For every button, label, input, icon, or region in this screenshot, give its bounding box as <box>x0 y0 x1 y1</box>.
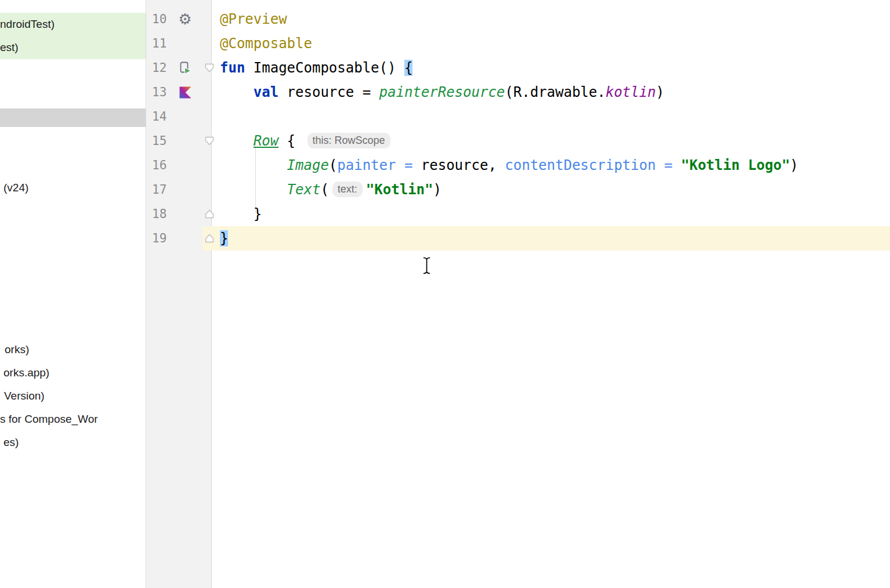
code-text: } <box>220 202 890 226</box>
code-line[interactable]: 11@Composable <box>146 31 890 56</box>
code-line[interactable]: 16 Image(painter = resource, contentDesc… <box>146 153 890 177</box>
code-token: ) <box>656 84 664 100</box>
fold-up-marker-icon[interactable] <box>204 226 215 251</box>
project-tree-item[interactable]: Version) <box>0 384 146 408</box>
code-editor[interactable]: 10⚙@Preview11@Composable12fun ImageCompo… <box>146 0 890 588</box>
code-line[interactable]: 12fun ImageComposable() { <box>146 56 890 80</box>
code-line[interactable]: 19} <box>146 226 890 251</box>
code-line[interactable]: 15 Row { this: RowScope <box>146 129 890 153</box>
line-number: 12 <box>152 56 176 80</box>
code-token: resource, <box>421 157 505 173</box>
code-token: { <box>404 60 413 76</box>
project-panel[interactable]: ndroidTest)est)(v24)orks)orks.app)Versio… <box>0 0 146 588</box>
project-tree-item[interactable]: ndroidTest) <box>0 13 146 36</box>
code-token: resource = <box>278 84 379 100</box>
code-text: Text(text:"Kotlin") <box>220 177 890 202</box>
kotlin-icon[interactable] <box>175 80 195 104</box>
code-token: Row <box>254 133 278 149</box>
code-token: kotlin <box>606 84 656 100</box>
line-number: 13 <box>152 80 176 104</box>
code-token: (R.drawable. <box>505 84 605 100</box>
project-item-label: est) <box>0 41 19 54</box>
project-item-label: (v24) <box>0 182 28 194</box>
line-number: 18 <box>152 202 176 226</box>
code-token <box>220 157 287 173</box>
code-text: fun ImageComposable() { <box>220 56 890 80</box>
code-line[interactable]: 17 Text(text:"Kotlin") <box>146 177 890 202</box>
project-tree-item[interactable]: orks) <box>0 338 146 361</box>
code-token: "Kotlin" <box>366 182 433 198</box>
project-item-label: Version) <box>0 390 45 402</box>
code-token: val <box>254 84 278 100</box>
project-tree-item[interactable]: s for Compose_Wor <box>0 408 146 431</box>
code-token: } <box>220 206 262 222</box>
code-text: } <box>220 226 890 251</box>
project-tree-item[interactable]: es) <box>0 431 146 454</box>
inlay-hint[interactable]: text: <box>332 182 363 197</box>
project-item-label: ndroidTest) <box>0 18 55 31</box>
text-ibeam-cursor-icon <box>422 256 432 275</box>
code-token: painter = <box>337 157 421 173</box>
code-text: @Preview <box>220 7 890 31</box>
project-item-label: orks) <box>0 343 29 356</box>
code-line[interactable]: 13 val resource = painterResource(R.draw… <box>146 80 890 104</box>
code-line[interactable]: 14 <box>146 104 890 129</box>
code-token: ) <box>433 182 441 198</box>
code-text <box>220 104 890 129</box>
code-token: ( <box>320 182 328 198</box>
code-token: ) <box>790 157 798 173</box>
code-token: { <box>278 133 303 149</box>
line-number: 11 <box>152 31 176 56</box>
code-token: @Preview <box>220 11 287 27</box>
code-token: @Composable <box>220 35 312 52</box>
code-token: fun <box>220 60 245 76</box>
code-token <box>220 182 287 198</box>
project-item-label: orks.app) <box>0 366 49 379</box>
code-token: ( <box>329 157 337 173</box>
code-token: ImageComposable() <box>245 60 404 76</box>
code-token: contentDescription = <box>505 157 681 173</box>
code-text: val resource = painterResource(R.drawabl… <box>220 80 890 104</box>
project-tree-item[interactable]: orks.app) <box>0 361 146 384</box>
code-token: Image <box>287 157 329 173</box>
gear-icon[interactable]: ⚙ <box>175 7 195 31</box>
code-line[interactable]: 18 } <box>146 202 890 226</box>
code-text: Image(painter = resource, contentDescrip… <box>220 153 890 177</box>
project-tree-item[interactable]: (v24) <box>0 176 146 199</box>
fold-down-marker-icon[interactable] <box>204 56 215 80</box>
line-number: 15 <box>152 129 176 153</box>
code-token: "Kotlin Logo" <box>681 157 790 173</box>
code-line[interactable]: 10⚙@Preview <box>146 7 890 31</box>
project-tree-item[interactable]: est) <box>0 36 146 59</box>
code-token: painterResource <box>379 84 505 100</box>
project-item-label: s for Compose_Wor <box>0 413 98 426</box>
fold-up-marker-icon[interactable] <box>204 202 215 226</box>
fold-down-marker-icon[interactable] <box>204 129 215 153</box>
code-text: Row { this: RowScope <box>220 129 890 153</box>
project-item-label: es) <box>0 436 19 449</box>
code-token: Text <box>287 182 321 198</box>
line-number: 17 <box>152 177 176 202</box>
code-token: } <box>220 230 228 246</box>
line-number: 16 <box>152 153 176 177</box>
ide-window: ndroidTest)est)(v24)orks)orks.app)Versio… <box>0 0 890 588</box>
code-token <box>220 84 254 100</box>
code-token <box>220 133 254 149</box>
code-text: @Composable <box>220 31 890 56</box>
line-number: 14 <box>152 104 176 129</box>
run-preview-icon[interactable] <box>175 56 195 80</box>
line-number: 10 <box>152 7 176 31</box>
inlay-hint[interactable]: this: RowScope <box>307 133 390 148</box>
line-number: 19 <box>152 226 176 251</box>
project-tree-item[interactable] <box>0 108 146 127</box>
